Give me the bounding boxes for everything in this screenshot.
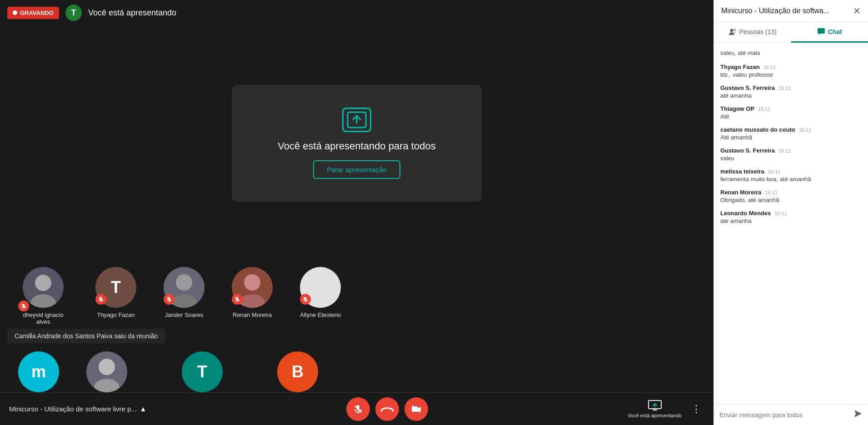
camera-off-button[interactable]	[404, 397, 428, 421]
svg-rect-41	[818, 28, 825, 34]
svg-rect-29	[357, 405, 359, 410]
participant-b3: T	[182, 351, 223, 392]
participant-b1: m	[18, 351, 59, 392]
mute-icon-5	[300, 294, 311, 305]
chat-message-8: Leonardo Mendes 16:11 ate amanha	[720, 210, 862, 224]
participant-name-5: Allyne Eleoterio	[300, 311, 341, 318]
svg-point-40	[733, 29, 736, 31]
presenter-avatar: T	[65, 5, 82, 21]
svg-point-17	[244, 274, 260, 291]
svg-rect-20	[236, 297, 238, 300]
send-message-button[interactable]	[853, 409, 863, 420]
chat-icon	[817, 28, 825, 36]
participant-name-4: Renan Moreira	[233, 311, 272, 318]
participant-1: dheyvid ignacio alves	[18, 267, 68, 325]
presenting-status: Você está apresentando	[628, 400, 682, 418]
chat-input-area	[714, 404, 868, 425]
tab-people[interactable]: Pessoas (13)	[714, 22, 791, 43]
close-panel-button[interactable]: ✕	[853, 5, 861, 16]
participant-5: Allyne Eleoterio	[300, 267, 341, 318]
more-options-button[interactable]: ⋮	[688, 401, 704, 417]
presentation-text: Você está apresentando para todos	[278, 140, 435, 152]
chat-message-6: melissa teixeira 16:11 ferramenta muito …	[720, 168, 862, 183]
recording-label: GRAVANDO	[20, 10, 54, 16]
upload-icon	[342, 108, 371, 132]
participant-name-1: dheyvid ignacio alves	[18, 311, 68, 325]
chat-message-3: Thiagow OP 16:11 Até	[720, 105, 862, 120]
svg-rect-23	[304, 297, 306, 300]
chat-message-7: Renan Moreira 16:11 Obrigado, até amanhã	[720, 189, 862, 203]
chat-messages: valeu, até mais Thyago Fazan 16:11 blz..…	[714, 43, 868, 404]
tab-chat[interactable]: Chat	[791, 22, 868, 43]
participant-2: T Thyago Fazan	[95, 267, 136, 318]
avatar-b1: m	[18, 351, 59, 392]
notification-bar: Camilla Andrade dos Santos Paiva saiu da…	[7, 329, 165, 343]
send-icon	[853, 409, 863, 418]
mute-icon-1	[18, 301, 29, 311]
avatar-b2	[86, 351, 127, 392]
mute-button[interactable]	[346, 397, 370, 421]
svg-point-39	[730, 29, 733, 32]
recording-dot	[13, 10, 17, 15]
avatar-b3: T	[182, 351, 223, 392]
participant-b4: B	[277, 351, 318, 392]
expand-meeting-info-button[interactable]: ▲	[140, 405, 147, 413]
bottom-participants-strip: m T B	[0, 351, 713, 392]
svg-point-11	[176, 274, 192, 291]
mute-icon-4	[232, 294, 243, 305]
participant-3: Jander Soares	[164, 267, 205, 318]
avatar-b4: B	[277, 351, 318, 392]
chat-message-1: Thyago Fazan 16:11 blz.. valeu professor	[720, 64, 862, 78]
svg-rect-8	[100, 297, 102, 300]
top-bar: GRAVANDO T Você está apresentando	[0, 0, 713, 25]
panel-title: Minicurso - Utilização de softwa...	[721, 7, 829, 15]
upload-icon-svg	[347, 111, 367, 128]
controls-right: Você está apresentando ⋮	[628, 400, 704, 418]
recording-badge: GRAVANDO	[7, 7, 59, 19]
chat-message-0: valeu, até mais	[720, 49, 862, 57]
svg-point-26	[99, 359, 115, 375]
bottom-bar: Minicurso - Utilização de software livre…	[0, 392, 713, 425]
stop-presentation-button[interactable]: Parar apresentação	[313, 160, 400, 179]
svg-rect-14	[168, 297, 170, 300]
participant-name-3: Jander Soares	[165, 311, 204, 318]
avatar-1	[23, 267, 64, 308]
presenting-label: Você está apresentando	[88, 8, 176, 18]
presentation-area: Você está apresentando para todos Parar …	[0, 25, 713, 261]
presentation-box: Você está apresentando para todos Parar …	[232, 85, 482, 202]
panel-header: Minicurso - Utilização de softwa... ✕	[714, 0, 868, 22]
svg-point-2	[35, 275, 51, 291]
people-icon	[728, 28, 737, 36]
right-panel: Minicurso - Utilização de softwa... ✕ Pe…	[713, 0, 868, 425]
participant-4: Renan Moreira	[232, 267, 273, 318]
chat-message-5: Gustavo S. Ferreira 16:11 valeu	[720, 147, 862, 162]
main-video-area: GRAVANDO T Você está apresentando Você e…	[0, 0, 713, 425]
mute-icon-3	[164, 294, 175, 305]
svg-rect-34	[412, 406, 418, 412]
svg-rect-5	[23, 304, 25, 307]
controls-center	[346, 397, 428, 421]
end-call-button[interactable]	[375, 397, 399, 421]
chat-message-4: caetano mussato do couto 16:11 Até amanh…	[720, 126, 862, 141]
chat-input[interactable]	[719, 411, 850, 419]
panel-tabs: Pessoas (13) Chat	[714, 22, 868, 43]
participant-b2	[86, 351, 127, 392]
meeting-title: Minicurso - Utilização de software livre…	[9, 405, 147, 413]
presenting-icon	[648, 400, 662, 412]
mute-icon-2	[95, 294, 106, 305]
participant-name-2: Thyago Fazan	[97, 311, 135, 318]
chat-message-2: Gustavo S. Ferreira 16:11 até amanha	[720, 84, 862, 99]
